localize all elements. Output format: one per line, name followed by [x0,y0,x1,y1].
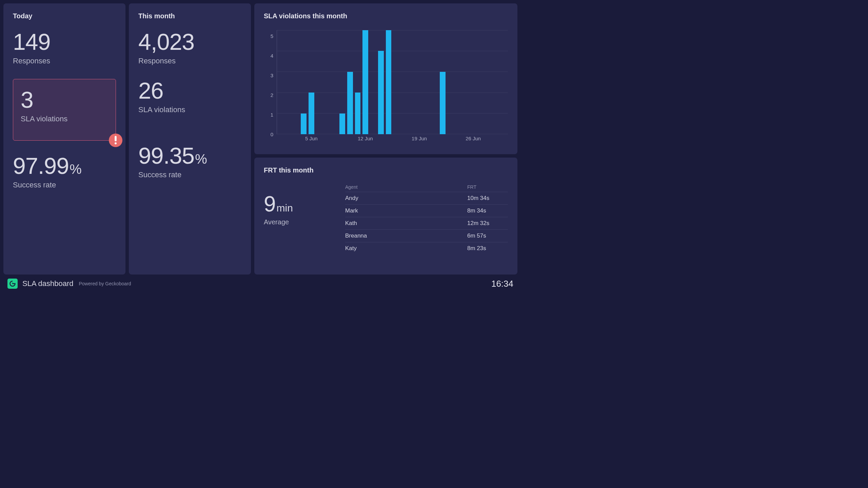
frt-title: FRT this month [264,166,508,174]
chart-bar [339,114,345,134]
month-responses-value: 4,023 [138,30,241,53]
dashboard-title: SLA dashboard [22,279,73,288]
chart-bar [362,30,368,134]
month-success: 99.35% Success rate [138,144,241,179]
today-responses-label: Responses [13,57,116,65]
month-sla-value: 26 [138,79,241,102]
frt-average-label: Average [264,218,332,226]
geckoboard-logo-icon [7,279,18,289]
frt-table: Agent FRT Andy10m 34sMark8m 34sKath12m 3… [345,184,508,255]
frt-card: FRT this month 9min Average Agent FRT An… [254,158,517,274]
clock: 16:34 [491,279,513,289]
footer: SLA dashboard Powered by Geckoboard 16:3… [0,274,521,293]
chart-bar [378,51,384,134]
chart-bar [309,93,314,134]
today-success: 97.99% Success rate [13,154,116,189]
chart-bar [355,93,361,134]
today-sla-alert: 3 SLA violations [13,79,116,141]
today-responses-value: 149 [13,30,116,53]
today-sla-label: SLA violations [21,115,108,123]
chart-bar [301,114,307,134]
table-row: Andy10m 34s [345,192,508,204]
today-sla-value: 3 [21,88,108,111]
svg-point-0 [115,142,117,144]
month-sla: 26 SLA violations [138,79,241,114]
chart-bar [347,72,353,134]
table-row: Breanna6m 57s [345,229,508,242]
today-success-value: 97.99% [13,154,116,177]
frt-average: 9min Average [264,184,332,226]
table-row: Katy8m 23s [345,242,508,255]
month-sla-label: SLA violations [138,105,241,114]
today-title: Today [13,12,116,20]
frt-col-frt: FRT [467,184,508,190]
alert-icon [109,134,122,147]
frt-col-agent: Agent [345,184,467,190]
chart-bar [440,72,446,134]
month-title: This month [138,12,241,20]
table-row: Kath12m 32s [345,217,508,229]
chart-bar [386,30,392,134]
today-responses: 149 Responses [13,30,116,65]
month-responses: 4,023 Responses [138,30,241,65]
violations-chart: 012345 5 Jun12 Jun19 Jun26 Jun [264,30,508,143]
violations-chart-card: SLA violations this month 012345 5 Jun12… [254,3,517,154]
powered-by: Powered by Geckoboard [79,281,131,286]
svg-rect-1 [115,136,117,141]
today-success-label: Success rate [13,181,116,189]
violations-chart-title: SLA violations this month [264,12,508,20]
month-success-value: 99.35% [138,144,241,167]
month-card: This month 4,023 Responses 26 SLA violat… [129,3,251,274]
today-card: Today 149 Responses 3 SLA violations 97.… [3,3,125,274]
month-responses-label: Responses [138,57,241,65]
month-success-label: Success rate [138,170,241,179]
table-row: Mark8m 34s [345,204,508,217]
